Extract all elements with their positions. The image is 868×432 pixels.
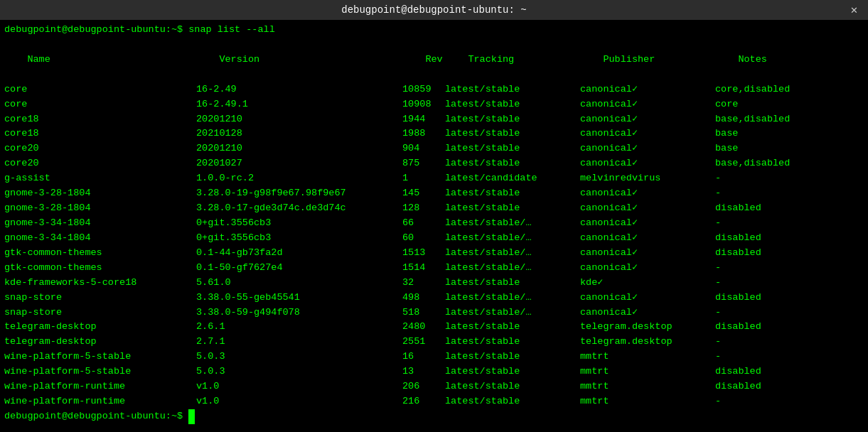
cell-tracking: latest/stable: [445, 97, 580, 112]
cell-publisher: mmtrt: [580, 364, 715, 379]
table-row: gnome-3-34-1804 0+git.3556cb3 60 latest/…: [4, 231, 864, 246]
cell-rev: 10859: [402, 82, 445, 97]
title-text: debugpoint@debugpoint-ubuntu: ~: [0, 4, 868, 16]
cell-publisher: canonical✓: [580, 201, 715, 216]
cell-version: 3.28.0-19-g98f9e67.98f9e67: [196, 186, 402, 201]
table-row: telegram-desktop 2.6.1 2480 latest/stabl…: [4, 320, 864, 335]
cell-version: 0.1-44-gb73fa2d: [196, 246, 402, 261]
cell-notes: core: [715, 97, 738, 112]
cell-version: 16-2.49: [196, 82, 402, 97]
cell-publisher: canonical✓: [580, 291, 715, 306]
close-button[interactable]: ✕: [846, 4, 862, 17]
cell-rev: 904: [402, 141, 445, 156]
table-row: wine-platform-5-stable 5.0.3 16 latest/s…: [4, 350, 864, 364]
cell-publisher: canonical✓: [580, 112, 715, 127]
cell-name: wine-platform-5-stable: [4, 350, 196, 364]
cell-publisher: mmtrt: [580, 350, 715, 364]
cell-publisher: kde✓: [580, 276, 715, 291]
table-row: telegram-desktop 2.7.1 2551 latest/stabl…: [4, 335, 864, 350]
cell-notes: -: [715, 216, 721, 231]
cell-notes: core,disabled: [715, 82, 790, 97]
cell-name: core: [4, 97, 196, 112]
table-row: snap-store 3.38.0-59-g494f078 518 latest…: [4, 306, 864, 320]
cell-notes: -: [715, 186, 721, 201]
cell-name: gtk-common-themes: [4, 261, 196, 276]
cell-version: 1.0.0-rc.2: [196, 171, 402, 186]
col-header-rev: Rev: [425, 53, 468, 68]
cell-version: 3.38.0-59-g494f078: [196, 306, 402, 320]
cell-name: wine-platform-runtime: [4, 394, 196, 409]
cell-version: 20201210: [196, 141, 402, 156]
cell-publisher: telegram.desktop: [580, 320, 715, 335]
cell-publisher: canonical✓: [580, 141, 715, 156]
cell-name: snap-store: [4, 291, 196, 306]
cell-tracking: latest/candidate: [445, 171, 580, 186]
cell-version: v1.0: [196, 379, 402, 394]
cell-version: 0.1-50-gf7627e4: [196, 261, 402, 276]
table-row: wine-platform-runtime v1.0 216 latest/st…: [4, 394, 864, 409]
cell-version: 3.38.0-55-geb45541: [196, 291, 402, 306]
cell-publisher: telegram.desktop: [580, 335, 715, 350]
cell-notes: base,disabled: [715, 156, 790, 171]
cell-version: 5.61.0: [196, 276, 402, 291]
cell-notes: disabled: [715, 364, 761, 379]
cell-name: snap-store: [4, 306, 196, 320]
cell-version: 5.0.3: [196, 364, 402, 379]
cell-name: core20: [4, 141, 196, 156]
col-header-version: Version: [219, 53, 425, 68]
cell-name: gtk-common-themes: [4, 246, 196, 261]
cell-rev: 16: [402, 350, 445, 364]
table-row: core 16-2.49 10859 latest/stable canonic…: [4, 82, 864, 97]
cell-name: gnome-3-34-1804: [4, 231, 196, 246]
table-row: g-assist 1.0.0-rc.2 1 latest/candidateme…: [4, 171, 864, 186]
cell-publisher: canonical✓: [580, 231, 715, 246]
cell-name: wine-platform-runtime: [4, 379, 196, 394]
cell-tracking: latest/stable/…: [445, 231, 580, 246]
cell-name: wine-platform-5-stable: [4, 364, 196, 379]
cell-notes: -: [715, 261, 721, 276]
cell-publisher: canonical✓: [580, 186, 715, 201]
cell-rev: 2480: [402, 320, 445, 335]
prompt-end: debugpoint@debugpoint-ubuntu:~$: [4, 409, 864, 424]
cell-tracking: latest/stable: [445, 335, 580, 350]
cell-notes: base,disabled: [715, 112, 790, 127]
cell-notes: disabled: [715, 201, 761, 216]
cell-rev: 206: [402, 379, 445, 394]
cell-notes: -: [715, 276, 721, 291]
cell-publisher: mmtrt: [580, 379, 715, 394]
table-row: core 16-2.49.1 10908 latest/stable canon…: [4, 97, 864, 112]
table-row: kde-frameworks-5-core18 5.61.0 32 latest…: [4, 276, 864, 291]
cell-publisher: canonical✓: [580, 156, 715, 171]
cell-notes: -: [715, 394, 721, 409]
table-row: core20 20201210 904 latest/stable canoni…: [4, 141, 864, 156]
col-header-publisher: Publisher: [603, 53, 738, 68]
table-row: gtk-common-themes 0.1-50-gf7627e4 1514 l…: [4, 261, 864, 276]
cell-rev: 1514: [402, 261, 445, 276]
cell-name: core18: [4, 126, 196, 141]
cell-version: 2.6.1: [196, 320, 402, 335]
cell-publisher: canonical✓: [580, 82, 715, 97]
cell-publisher: canonical✓: [580, 246, 715, 261]
cell-tracking: latest/stable: [445, 126, 580, 141]
cell-notes: -: [715, 306, 721, 320]
cell-tracking: latest/stable/…: [445, 291, 580, 306]
cell-rev: 13: [402, 364, 445, 379]
cell-version: 16-2.49.1: [196, 97, 402, 112]
cell-tracking: latest/stable: [445, 276, 580, 291]
table-row: core18 20201210 1944 latest/stable canon…: [4, 112, 864, 127]
cell-rev: 66: [402, 216, 445, 231]
cell-tracking: latest/stable: [445, 364, 580, 379]
cell-tracking: latest/stable: [445, 156, 580, 171]
cell-publisher: melvinredvirus: [580, 171, 715, 186]
cell-name: gnome-3-28-1804: [4, 186, 196, 201]
table-row: gnome-3-28-1804 3.28.0-17-gde3d74c.de3d7…: [4, 201, 864, 216]
cell-notes: disabled: [715, 320, 761, 335]
cell-name: gnome-3-28-1804: [4, 201, 196, 216]
cell-notes: disabled: [715, 246, 761, 261]
table-row: core20 20201027 875 latest/stable canoni…: [4, 156, 864, 171]
cell-rev: 10908: [402, 97, 445, 112]
cell-rev: 145: [402, 186, 445, 201]
cell-publisher: canonical✓: [580, 126, 715, 141]
cell-rev: 1944: [402, 112, 445, 127]
cell-tracking: latest/stable: [445, 112, 580, 127]
